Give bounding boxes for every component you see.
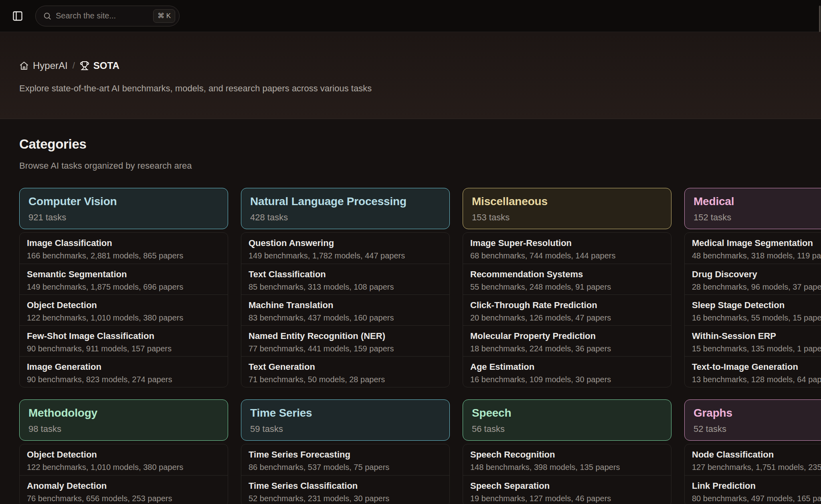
- task-item[interactable]: Speech Recognition 148 benchmarks, 398 m…: [463, 444, 671, 475]
- task-stats: 55 benchmarks, 248 models, 91 papers: [470, 282, 664, 292]
- task-stats: 166 benchmarks, 2,881 models, 865 papers: [27, 251, 220, 260]
- category-column-miscellaneous: Miscellaneous 153 tasks Image Super-Reso…: [463, 188, 671, 387]
- category-card-speech[interactable]: Speech 56 tasks: [463, 399, 671, 441]
- trophy-icon: [80, 61, 89, 71]
- breadcrumb-current-label: SOTA: [93, 60, 119, 71]
- task-name: Click-Through Rate Prediction: [470, 300, 664, 310]
- task-item[interactable]: Object Detection 122 benchmarks, 1,010 m…: [20, 294, 228, 325]
- task-stats: 15 benchmarks, 135 models, 1 papers: [692, 344, 821, 353]
- task-name: Time Series Forecasting: [249, 450, 442, 460]
- category-title: Speech: [472, 407, 662, 419]
- task-stats: 52 benchmarks, 231 models, 30 papers: [249, 494, 442, 503]
- categories-subtitle: Browse AI tasks organized by research ar…: [0, 161, 821, 171]
- task-item[interactable]: Node Classification 127 benchmarks, 1,75…: [685, 444, 821, 475]
- task-list: Medical Image Segmentation 48 benchmarks…: [684, 232, 821, 387]
- category-card-graphs[interactable]: Graphs 52 tasks: [684, 399, 821, 441]
- site-search[interactable]: ⌘ K: [35, 6, 180, 26]
- task-item[interactable]: Few-Shot Image Classification 90 benchma…: [20, 325, 228, 356]
- task-item[interactable]: Speech Separation 19 benchmarks, 127 mod…: [463, 475, 671, 504]
- task-item[interactable]: Within-Session ERP 15 benchmarks, 135 mo…: [685, 325, 821, 356]
- category-title: Time Series: [250, 407, 441, 419]
- category-card-time-series[interactable]: Time Series 59 tasks: [241, 399, 450, 441]
- task-name: Machine Translation: [249, 300, 442, 310]
- task-name: Recommendation Systems: [470, 269, 664, 280]
- task-name: Within-Session ERP: [692, 331, 821, 341]
- search-shortcut-badge: ⌘ K: [153, 9, 175, 23]
- task-list: Time Series Forecasting 86 benchmarks, 5…: [241, 444, 450, 504]
- task-item[interactable]: Text-to-Image Generation 13 benchmarks, …: [685, 356, 821, 387]
- task-item[interactable]: Image Generation 90 benchmarks, 823 mode…: [20, 356, 228, 387]
- task-item[interactable]: Image Classification 166 benchmarks, 2,8…: [20, 233, 228, 264]
- task-item[interactable]: Question Answering 149 benchmarks, 1,782…: [241, 233, 449, 264]
- breadcrumb-home-label: HyperAI: [33, 60, 68, 71]
- task-item[interactable]: Sleep Stage Detection 16 benchmarks, 55 …: [685, 294, 821, 325]
- category-card-computer-vision[interactable]: Computer Vision 921 tasks: [19, 188, 228, 229]
- task-stats: 71 benchmarks, 50 models, 28 papers: [249, 375, 442, 384]
- task-stats: 90 benchmarks, 823 models, 274 papers: [27, 375, 220, 384]
- task-list: Image Classification 166 benchmarks, 2,8…: [19, 232, 228, 387]
- category-title: Medical: [694, 195, 821, 208]
- task-item[interactable]: Time Series Classification 52 benchmarks…: [241, 475, 449, 504]
- task-list: Image Super-Resolution 68 benchmarks, 74…: [463, 232, 671, 387]
- page-description: Explore state-of-the-art AI benchmarks, …: [19, 83, 802, 94]
- task-item[interactable]: Named Entity Recognition (NER) 77 benchm…: [241, 325, 449, 356]
- task-item[interactable]: Medical Image Segmentation 48 benchmarks…: [685, 233, 821, 264]
- scrollbar-thumb[interactable]: [819, 6, 821, 32]
- task-name: Speech Recognition: [470, 450, 664, 460]
- task-stats: 122 benchmarks, 1,010 models, 380 papers: [27, 463, 220, 472]
- task-name: Node Classification: [692, 450, 821, 460]
- task-stats: 122 benchmarks, 1,010 models, 380 papers: [27, 313, 220, 323]
- category-task-count: 59 tasks: [250, 424, 441, 434]
- task-stats: 149 benchmarks, 1,875 models, 696 papers: [27, 282, 220, 292]
- task-item[interactable]: Anomaly Detection 76 benchmarks, 656 mod…: [20, 475, 228, 504]
- task-list: Speech Recognition 148 benchmarks, 398 m…: [463, 444, 671, 504]
- category-card-nlp[interactable]: Natural Language Processing 428 tasks: [241, 188, 450, 229]
- task-stats: 77 benchmarks, 441 models, 159 papers: [249, 344, 442, 353]
- task-item[interactable]: Link Prediction 80 benchmarks, 497 model…: [685, 475, 821, 504]
- category-task-count: 921 tasks: [28, 212, 219, 223]
- top-bar: ⌘ K: [0, 0, 821, 32]
- task-name: Molecular Property Prediction: [470, 331, 664, 341]
- breadcrumb-home-link[interactable]: HyperAI: [19, 60, 68, 71]
- category-title: Miscellaneous: [472, 195, 662, 208]
- search-input[interactable]: [56, 11, 153, 20]
- task-stats: 148 benchmarks, 398 models, 135 papers: [470, 463, 664, 472]
- task-item[interactable]: Image Super-Resolution 68 benchmarks, 74…: [463, 233, 671, 264]
- category-card-miscellaneous[interactable]: Miscellaneous 153 tasks: [463, 188, 671, 229]
- category-column-computer-vision: Computer Vision 921 tasks Image Classifi…: [19, 188, 228, 387]
- task-item[interactable]: Object Detection 122 benchmarks, 1,010 m…: [20, 444, 228, 475]
- task-name: Question Answering: [249, 238, 442, 248]
- panel-left-icon: [12, 10, 23, 22]
- category-task-count: 428 tasks: [250, 212, 441, 223]
- breadcrumb-current: SOTA: [80, 60, 119, 71]
- task-item[interactable]: Drug Discovery 28 benchmarks, 96 models,…: [685, 264, 821, 294]
- category-card-methodology[interactable]: Methodology 98 tasks: [19, 399, 228, 441]
- task-item[interactable]: Text Classification 85 benchmarks, 313 m…: [241, 264, 449, 294]
- hero-section: HyperAI / SOTA Explore state-of-the-art …: [0, 32, 821, 119]
- breadcrumb-separator: /: [73, 60, 75, 71]
- sidebar-toggle-button[interactable]: [9, 7, 26, 25]
- task-item[interactable]: Age Estimation 16 benchmarks, 109 models…: [463, 356, 671, 387]
- category-title: Computer Vision: [28, 195, 219, 208]
- task-item[interactable]: Molecular Property Prediction 18 benchma…: [463, 325, 671, 356]
- task-name: Link Prediction: [692, 481, 821, 491]
- task-item[interactable]: Time Series Forecasting 86 benchmarks, 5…: [241, 444, 449, 475]
- task-item[interactable]: Machine Translation 83 benchmarks, 437 m…: [241, 294, 449, 325]
- task-name: Time Series Classification: [249, 481, 442, 491]
- task-stats: 19 benchmarks, 127 models, 46 papers: [470, 494, 664, 503]
- breadcrumb: HyperAI / SOTA: [19, 60, 802, 71]
- task-item[interactable]: Semantic Segmentation 149 benchmarks, 1,…: [20, 264, 228, 294]
- task-stats: 85 benchmarks, 313 models, 108 papers: [249, 282, 442, 292]
- task-stats: 76 benchmarks, 656 models, 253 papers: [27, 494, 220, 503]
- task-item[interactable]: Recommendation Systems 55 benchmarks, 24…: [463, 264, 671, 294]
- task-item[interactable]: Click-Through Rate Prediction 20 benchma…: [463, 294, 671, 325]
- category-title: Graphs: [694, 407, 821, 419]
- category-column-time-series: Time Series 59 tasks Time Series Forecas…: [241, 399, 450, 504]
- task-name: Named Entity Recognition (NER): [249, 331, 442, 341]
- task-stats: 86 benchmarks, 537 models, 75 papers: [249, 463, 442, 472]
- category-card-medical[interactable]: Medical 152 tasks: [684, 188, 821, 229]
- task-item[interactable]: Text Generation 71 benchmarks, 50 models…: [241, 356, 449, 387]
- task-list: Object Detection 122 benchmarks, 1,010 m…: [19, 444, 228, 504]
- task-name: Speech Separation: [470, 481, 664, 491]
- task-stats: 16 benchmarks, 109 models, 30 papers: [470, 375, 664, 384]
